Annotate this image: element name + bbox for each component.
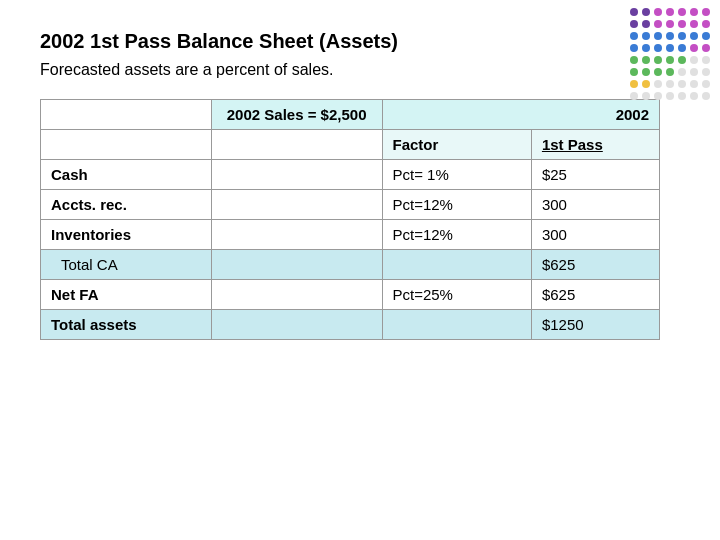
row-sales-empty	[211, 190, 382, 220]
table-row: Total CA$625	[41, 250, 660, 280]
row-factor: Pct=12%	[382, 220, 531, 250]
table-row: Accts. rec.Pct=12%300	[41, 190, 660, 220]
header-row-1: 2002 Sales = $2,500 2002	[41, 100, 660, 130]
decoration-dot	[678, 56, 686, 64]
factor-header: Factor	[382, 130, 531, 160]
decoration-dot	[630, 20, 638, 28]
decoration-dot	[642, 68, 650, 76]
decoration-dot	[702, 68, 710, 76]
decoration-dot	[702, 56, 710, 64]
decoration-dot	[630, 32, 638, 40]
decoration-dot	[666, 92, 674, 100]
decoration-dot	[702, 92, 710, 100]
decoration-dot	[642, 80, 650, 88]
row-label: Total assets	[41, 310, 212, 340]
row-label: Inventories	[41, 220, 212, 250]
row-sales-empty	[211, 250, 382, 280]
decoration-dot	[630, 44, 638, 52]
pass-header: 1st Pass	[531, 130, 659, 160]
row-factor	[382, 250, 531, 280]
decoration-dot	[630, 92, 638, 100]
table-row: Total assets$1250	[41, 310, 660, 340]
row-sales-empty	[211, 310, 382, 340]
table-row: Net FAPct=25%$625	[41, 280, 660, 310]
decoration-dot	[654, 20, 662, 28]
decoration-dot	[666, 8, 674, 16]
decoration-dot	[690, 44, 698, 52]
header-empty-2002: 2002	[382, 100, 660, 130]
decoration-dot	[702, 44, 710, 52]
page-container: 2002 1st Pass Balance Sheet (Assets) For…	[0, 0, 720, 370]
header-empty-1	[41, 100, 212, 130]
row-pass-value: $1250	[531, 310, 659, 340]
row-sales-empty	[211, 280, 382, 310]
page-title: 2002 1st Pass Balance Sheet (Assets)	[40, 30, 680, 53]
balance-sheet-table: 2002 Sales = $2,500 2002 Factor 1st Pass…	[40, 99, 660, 340]
decoration-dot	[678, 80, 686, 88]
decoration-dot	[678, 8, 686, 16]
decoration-dot	[654, 32, 662, 40]
row-factor: Pct= 1%	[382, 160, 531, 190]
decoration-dot	[642, 32, 650, 40]
page-subtitle: Forecasted assets are a percent of sales…	[40, 61, 680, 79]
decoration-dot	[690, 32, 698, 40]
row-label: Accts. rec.	[41, 190, 212, 220]
decoration-dot	[678, 20, 686, 28]
table-row: CashPct= 1%$25	[41, 160, 660, 190]
row-sales-empty	[211, 220, 382, 250]
table-wrapper: 2002 Sales = $2,500 2002 Factor 1st Pass…	[40, 99, 660, 340]
header-empty-4	[211, 130, 382, 160]
decoration-dot	[678, 68, 686, 76]
row-factor: Pct=25%	[382, 280, 531, 310]
header-empty-3	[41, 130, 212, 160]
row-pass-value: $625	[531, 250, 659, 280]
decoration-dot	[690, 80, 698, 88]
decoration-dot	[678, 32, 686, 40]
decoration-dot	[630, 68, 638, 76]
row-label: Total CA	[41, 250, 212, 280]
decoration-dot	[690, 56, 698, 64]
decoration-dot	[702, 20, 710, 28]
decoration-dot	[654, 92, 662, 100]
decoration-dot	[702, 8, 710, 16]
decoration-dot	[642, 56, 650, 64]
table-row: InventoriesPct=12%300	[41, 220, 660, 250]
sales-header: 2002 Sales = $2,500	[211, 100, 382, 130]
decoration-dot	[666, 68, 674, 76]
decoration-dot	[690, 92, 698, 100]
decoration-dot	[630, 80, 638, 88]
decoration-dot	[630, 8, 638, 16]
decoration-dot	[702, 32, 710, 40]
row-pass-value: $25	[531, 160, 659, 190]
decoration-dot	[690, 20, 698, 28]
row-label: Net FA	[41, 280, 212, 310]
dot-grid-decoration	[630, 8, 712, 102]
decoration-dot	[642, 92, 650, 100]
decoration-dot	[654, 68, 662, 76]
decoration-dot	[678, 92, 686, 100]
decoration-dot	[654, 56, 662, 64]
row-factor: Pct=12%	[382, 190, 531, 220]
decoration-dot	[654, 80, 662, 88]
header-row-2: Factor 1st Pass	[41, 130, 660, 160]
decoration-dot	[666, 44, 674, 52]
decoration-dot	[630, 56, 638, 64]
decoration-dot	[666, 20, 674, 28]
decoration-dot	[678, 44, 686, 52]
row-sales-empty	[211, 160, 382, 190]
row-label: Cash	[41, 160, 212, 190]
row-factor	[382, 310, 531, 340]
decoration-dot	[666, 56, 674, 64]
decoration-dot	[642, 44, 650, 52]
row-pass-value: 300	[531, 190, 659, 220]
row-pass-value: $625	[531, 280, 659, 310]
decoration-dot	[642, 20, 650, 28]
decoration-dot	[654, 44, 662, 52]
decoration-dot	[690, 8, 698, 16]
decoration-dot	[666, 32, 674, 40]
decoration-dot	[666, 80, 674, 88]
decoration-dot	[690, 68, 698, 76]
row-pass-value: 300	[531, 220, 659, 250]
decoration-dot	[702, 80, 710, 88]
decoration-dot	[654, 8, 662, 16]
